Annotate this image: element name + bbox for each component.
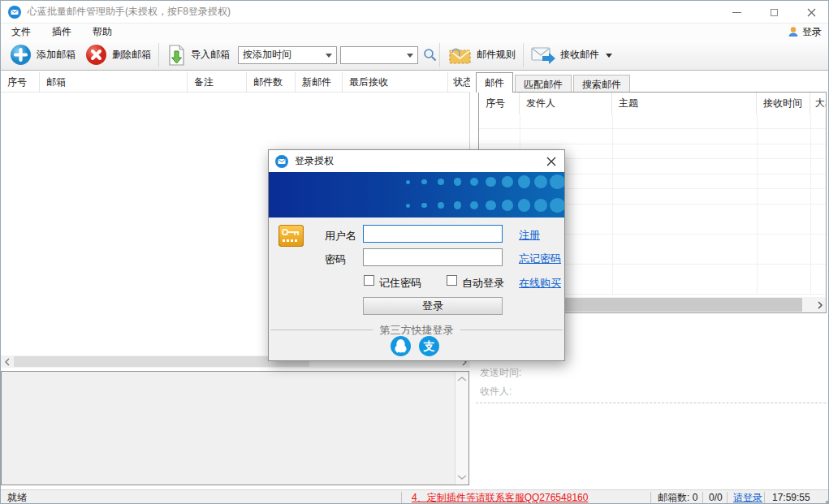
login-dialog: 登录授权 用户名 注册 密码 忘记密码 记住密码 自动登录 在线购买 登录 第三… bbox=[268, 149, 565, 361]
mail-rules-button[interactable]: 邮件规则 bbox=[443, 43, 520, 67]
resize-grip[interactable] bbox=[826, 501, 828, 503]
delete-mailbox-label: 删除邮箱 bbox=[112, 48, 151, 62]
scroll-left-button[interactable] bbox=[1, 355, 13, 368]
status-ready: 就绪 bbox=[7, 490, 27, 504]
search-button[interactable] bbox=[423, 48, 437, 62]
login-button[interactable]: 登录 bbox=[363, 297, 503, 315]
menu-login-label: 登录 bbox=[802, 25, 822, 39]
log-textarea[interactable] bbox=[1, 371, 469, 485]
remember-password-label: 记住密码 bbox=[379, 276, 421, 291]
menu-help[interactable]: 帮助 bbox=[82, 24, 123, 40]
menu-login-button[interactable]: 登录 bbox=[788, 24, 822, 40]
left-col-new-mail[interactable]: 新邮件 bbox=[296, 72, 343, 93]
chevron-down-icon bbox=[407, 54, 413, 61]
mail-col-index[interactable]: 序号 bbox=[479, 93, 520, 114]
delete-icon bbox=[85, 44, 107, 66]
auto-login-checkbox[interactable] bbox=[447, 275, 457, 286]
app-window: 心蓝批量邮件管理助手(未授权，按F8登录授权) 文件 插件 帮助 登录 bbox=[0, 0, 829, 504]
password-label: 密码 bbox=[325, 252, 346, 267]
minimize-button[interactable] bbox=[718, 1, 755, 24]
column-gridline bbox=[612, 114, 613, 295]
scroll-down-button[interactable] bbox=[456, 472, 468, 483]
scrollbar-thumb[interactable] bbox=[14, 356, 309, 367]
toolbar-separator bbox=[158, 43, 159, 67]
close-button[interactable] bbox=[792, 1, 829, 24]
mail-rules-icon bbox=[447, 45, 472, 66]
receive-mail-label: 接收邮件 bbox=[560, 48, 599, 62]
left-col-note[interactable]: 备注 bbox=[188, 72, 247, 93]
mailbox-count: 邮箱数: 0 bbox=[658, 490, 697, 504]
chevron-down-icon bbox=[606, 54, 612, 61]
dialog-app-icon bbox=[275, 155, 288, 168]
dialog-banner bbox=[269, 172, 564, 218]
toolbar: 添加邮箱 删除邮箱 导入邮箱 按添加时间 bbox=[1, 40, 829, 71]
tab-matched-mail[interactable]: 匹配邮件 bbox=[515, 75, 572, 93]
account-filter-combobox[interactable] bbox=[340, 46, 418, 64]
sort-order-combobox[interactable]: 按添加时间 bbox=[238, 46, 337, 64]
third-party-label: 第三方快捷登录 bbox=[373, 323, 460, 338]
scroll-up-button[interactable] bbox=[456, 373, 468, 385]
column-gridline bbox=[810, 114, 811, 295]
mail-col-subject[interactable]: 主题 bbox=[612, 93, 757, 114]
minimize-icon bbox=[732, 12, 741, 13]
tab-search-mail[interactable]: 搜索邮件 bbox=[573, 75, 630, 93]
mail-col-size[interactable]: 大小 bbox=[810, 93, 826, 114]
status-time: 17:59:55 bbox=[772, 490, 810, 504]
chevron-down-icon bbox=[456, 474, 468, 480]
window-title: 心蓝批量邮件管理助手(未授权，按F8登录授权) bbox=[28, 5, 231, 19]
password-input[interactable] bbox=[363, 248, 503, 266]
menu-file[interactable]: 文件 bbox=[1, 24, 41, 40]
add-icon bbox=[10, 44, 32, 66]
statusbar-separator bbox=[702, 492, 703, 503]
alipay-login-button[interactable]: 支 bbox=[419, 336, 439, 356]
license-key-icon bbox=[278, 223, 304, 248]
remember-password-checkbox[interactable] bbox=[364, 275, 374, 286]
mail-tabbar: 邮件 匹配邮件 搜索邮件 bbox=[476, 72, 630, 93]
menubar: 文件 插件 帮助 登录 bbox=[1, 24, 829, 40]
mail-table-header: 序号 发件人 主题 接收时间 大小 bbox=[479, 93, 826, 114]
forgot-password-link[interactable]: 忘记密码 bbox=[519, 252, 561, 266]
chevron-up-icon bbox=[456, 376, 468, 382]
tab-mail[interactable]: 邮件 bbox=[476, 72, 513, 93]
statusbar-separator bbox=[727, 492, 728, 503]
delete-mailbox-button[interactable]: 删除邮箱 bbox=[80, 42, 156, 67]
qq-icon bbox=[394, 338, 408, 354]
dialog-title: 登录授权 bbox=[295, 154, 334, 168]
statusbar-separator bbox=[401, 492, 402, 503]
left-col-mail-count[interactable]: 邮件数 bbox=[247, 72, 296, 93]
mail-col-sender[interactable]: 发件人 bbox=[520, 93, 612, 114]
maximize-button[interactable] bbox=[755, 1, 792, 24]
username-input[interactable] bbox=[363, 225, 503, 243]
status-login-link[interactable]: 请登录 bbox=[733, 490, 762, 504]
add-mailbox-label: 添加邮箱 bbox=[37, 48, 76, 62]
left-col-mailbox[interactable]: 邮箱 bbox=[40, 72, 188, 93]
register-link[interactable]: 注册 bbox=[519, 228, 540, 243]
sent-time-label: 发送时间: bbox=[480, 366, 521, 380]
promo-link[interactable]: 4、定制插件等请联系客服QQ276548160 bbox=[412, 490, 588, 504]
qq-login-button[interactable] bbox=[391, 336, 411, 356]
statusbar-separator bbox=[764, 492, 765, 503]
add-mailbox-button[interactable]: 添加邮箱 bbox=[5, 42, 80, 67]
recipient-label: 收件人: bbox=[480, 385, 512, 398]
scroll-right-button[interactable] bbox=[814, 299, 826, 311]
app-icon bbox=[8, 6, 21, 19]
chevron-down-icon bbox=[326, 54, 332, 61]
dialog-titlebar: 登录授权 bbox=[269, 150, 564, 172]
import-icon bbox=[166, 44, 186, 67]
maximize-icon bbox=[771, 9, 778, 16]
toolbar-separator bbox=[523, 43, 524, 67]
buy-online-link[interactable]: 在线购买 bbox=[519, 276, 561, 291]
detail-divider bbox=[476, 403, 829, 403]
receive-mail-icon bbox=[531, 45, 555, 65]
mailbox-list-header: 序号 邮箱 备注 邮件数 新邮件 最后接收 状态 bbox=[1, 72, 470, 93]
menu-plugins[interactable]: 插件 bbox=[41, 24, 82, 40]
import-mailbox-button[interactable]: 导入邮箱 bbox=[162, 42, 235, 68]
user-icon bbox=[788, 26, 799, 37]
mail-col-received-time[interactable]: 接收时间 bbox=[757, 93, 810, 114]
left-col-last-received[interactable]: 最后接收 bbox=[343, 72, 448, 93]
receive-mail-button[interactable]: 接收邮件 bbox=[526, 44, 617, 67]
dialog-close-button[interactable] bbox=[545, 155, 558, 168]
left-col-index[interactable]: 序号 bbox=[1, 72, 40, 93]
left-col-status[interactable]: 状态 bbox=[448, 72, 470, 93]
log-vscrollbar[interactable] bbox=[455, 372, 468, 485]
